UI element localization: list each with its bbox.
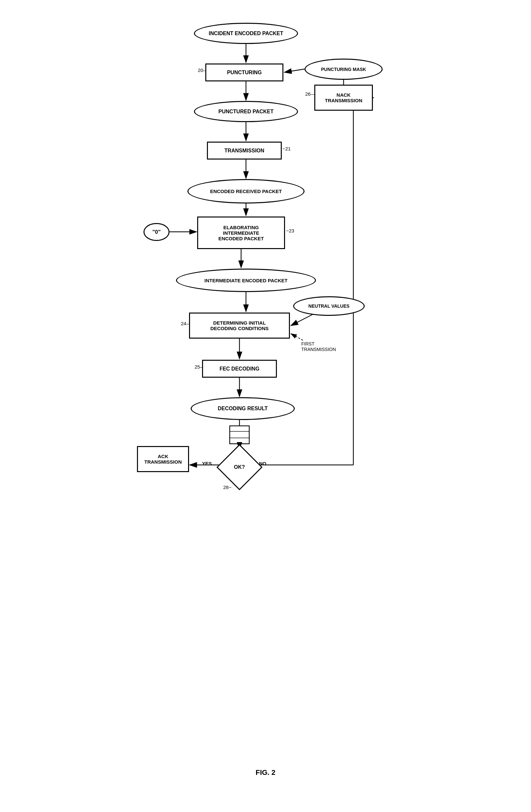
intermediate-encoded-packet: INTERMEDIATE ENCODED PACKET bbox=[176, 269, 316, 292]
elaborating-id: ~23 bbox=[286, 228, 294, 233]
first-transmission-label: FIRST TRANSMISSION bbox=[301, 341, 336, 352]
neutral-values: NEUTRAL VALUES bbox=[293, 296, 365, 316]
ack-transmission-box: ACK TRANSMISSION bbox=[137, 446, 189, 472]
no-label: NO bbox=[259, 461, 266, 466]
svg-rect-17 bbox=[230, 426, 249, 444]
arrows-svg bbox=[119, 13, 412, 762]
fec-decoding-box: FEC DECODING bbox=[202, 360, 277, 378]
ok-diamond-container: OK? bbox=[223, 451, 256, 483]
encoded-received-packet: ENCODED RECEIVED PACKET bbox=[188, 179, 305, 203]
determining-box: DETERMINING INITIAL DECODING CONDITIONS bbox=[189, 313, 290, 338]
yes-label: YES bbox=[202, 461, 212, 466]
transmission-box: TRANSMISSION bbox=[207, 142, 282, 160]
elaborating-box: ELABORATING INTERMEDIATE ENCODED PACKET bbox=[197, 217, 285, 249]
flowchart-diagram: INCIDENT ENCODED PACKET 20— PUNCTURING P… bbox=[119, 13, 412, 762]
zero-input: "0" bbox=[144, 223, 169, 241]
ok-diamond-id: 28~ bbox=[223, 484, 231, 490]
puncturing-mask: PUNCTURING MASK bbox=[305, 59, 383, 80]
svg-line-13 bbox=[291, 334, 303, 340]
transmission-id: ~21 bbox=[282, 146, 291, 151]
nack-id: 26— bbox=[305, 91, 315, 97]
punctured-packet: PUNCTURED PACKET bbox=[194, 101, 298, 122]
puncturing-box: PUNCTURING bbox=[205, 63, 283, 82]
ok-label: OK? bbox=[234, 464, 245, 470]
svg-line-4 bbox=[284, 69, 305, 72]
decoding-result: DECODING RESULT bbox=[191, 397, 295, 420]
incident-encoded-packet: INCIDENT ENCODED PACKET bbox=[194, 23, 298, 44]
nack-transmission-box: NACK TRANSMISSION bbox=[314, 85, 373, 111]
figure-caption: FIG. 2 bbox=[255, 768, 275, 777]
